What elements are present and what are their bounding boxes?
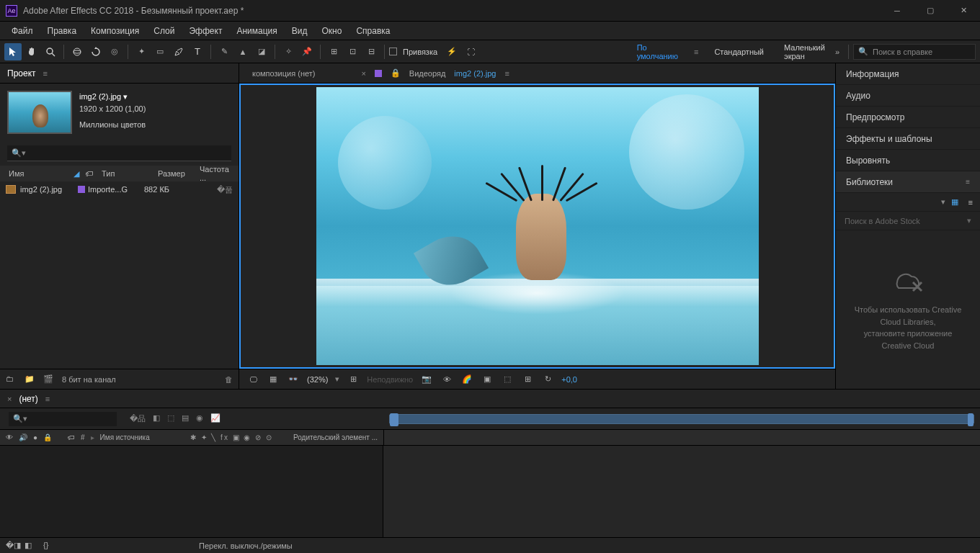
exposure-value[interactable]: +0,0 — [561, 375, 577, 384]
workspace-standard[interactable]: Стандартный — [710, 48, 768, 56]
lib-search-dropdown-icon[interactable]: ▾ — [967, 216, 971, 225]
col-switches-icon[interactable]: ✱ ✦ ╲ fx ▣ ◉ ⊘ ⊙ — [190, 433, 273, 441]
new-folder-icon[interactable]: 📁 — [24, 374, 36, 385]
local-axis-icon[interactable]: ⊞ — [325, 43, 342, 60]
lib-dropdown-icon[interactable]: ▾ — [941, 197, 945, 207]
zoom-tool[interactable] — [42, 43, 59, 60]
resolution-icon[interactable]: ⊞ — [347, 374, 360, 385]
lib-grid-icon[interactable]: ▦ — [951, 197, 963, 207]
always-preview-icon[interactable]: 🖵 — [246, 374, 259, 385]
eraser-tool[interactable]: ◪ — [253, 43, 270, 60]
menu-window[interactable]: Окно — [314, 23, 349, 39]
pixel-aspect-icon[interactable]: ↻ — [541, 374, 554, 385]
menu-file[interactable]: Файл — [4, 23, 40, 39]
col-index[interactable]: # — [81, 433, 85, 441]
row-tag-icon[interactable] — [78, 186, 85, 193]
row-flowchart-icon[interactable]: �품 — [217, 184, 233, 195]
timeline-track-area[interactable] — [383, 446, 980, 537]
trash-icon[interactable]: 🗑 — [225, 375, 233, 384]
workspace-expand-icon[interactable]: » — [835, 48, 839, 56]
snap-options-icon[interactable]: ⚡ — [443, 43, 460, 60]
toggle-stretch-icon[interactable]: {} — [43, 541, 55, 551]
timeline-navigator[interactable] — [389, 414, 974, 424]
lib-search[interactable]: Поиск в Adobe Stock ▾ — [836, 212, 980, 230]
libraries-menu-icon[interactable]: ≡ — [966, 178, 970, 186]
view-axis-icon[interactable]: ⊟ — [362, 43, 380, 60]
toggle-switches-icon[interactable]: �◨ — [6, 541, 17, 551]
panel-libraries[interactable]: Библиотеки≡ — [836, 171, 980, 193]
toggle-in-out-icon[interactable]: ◧ — [24, 541, 36, 551]
project-panel-menu-icon[interactable]: ≡ — [43, 69, 48, 78]
maximize-button[interactable]: ▢ — [914, 0, 947, 22]
new-comp-icon[interactable]: 🎬 — [43, 374, 55, 385]
minimize-button[interactable]: ─ — [881, 0, 914, 22]
rotate-tool[interactable] — [87, 43, 104, 60]
viewer-tab-comp[interactable]: композиция (нет) — [252, 69, 315, 78]
col-source-name[interactable]: Имя источника — [100, 433, 150, 441]
viewer-menu-icon[interactable]: ≡ — [504, 69, 509, 78]
menu-animation[interactable]: Анимация — [229, 23, 284, 39]
lib-list-icon[interactable]: ≡ — [968, 198, 973, 207]
menu-effect[interactable]: Эффект — [182, 23, 229, 39]
grid-icon[interactable]: ⊞ — [521, 374, 534, 385]
comp-mini-flowchart-icon[interactable]: �品 — [130, 413, 146, 424]
col-size[interactable]: Размер — [155, 169, 194, 178]
roi-icon[interactable]: ⬚ — [501, 374, 514, 385]
stamp-tool[interactable]: ▲ — [234, 43, 251, 60]
snapshot-icon[interactable]: 📷 — [420, 374, 433, 385]
bpc-label[interactable]: 8 бит на канал — [62, 375, 116, 384]
timeline-menu-icon[interactable]: ≡ — [45, 395, 50, 403]
col-parent[interactable]: Родительский элемент ... — [293, 433, 378, 441]
menu-composition[interactable]: Композиция — [84, 23, 146, 39]
camera-tool[interactable]: ◎ — [106, 43, 123, 60]
snap-checkbox[interactable] — [389, 48, 397, 55]
timeline-layer-area[interactable] — [0, 446, 383, 537]
selection-tool[interactable] — [4, 43, 22, 60]
menu-edit[interactable]: Правка — [40, 23, 84, 39]
mask-visibility-icon[interactable]: 👓 — [287, 374, 300, 385]
frame-blend-icon[interactable]: ▤ — [182, 413, 189, 424]
timeline-search[interactable]: 🔍▾ — [9, 412, 117, 426]
viewer-tab-file[interactable]: img2 (2).jpg — [454, 69, 496, 78]
toggle-modes-label[interactable]: Перекл. выключ./режимы — [199, 541, 293, 550]
col-name[interactable]: Имя — [6, 169, 71, 178]
menu-layer[interactable]: Слой — [146, 23, 182, 39]
col-visibility-icon[interactable]: 👁 — [6, 433, 13, 441]
rotobrush-tool[interactable]: ✧ — [280, 43, 297, 60]
viewer-canvas-wrap[interactable] — [239, 84, 835, 369]
panel-align[interactable]: Выровнять — [836, 150, 980, 171]
panel-effects[interactable]: Эффекты и шаблоны — [836, 128, 980, 150]
viewer-tab-close-icon[interactable]: × — [361, 69, 365, 78]
anchor-tool[interactable]: ✦ — [133, 43, 150, 60]
col-type[interactable]: Тип — [99, 169, 152, 178]
col-lock-icon[interactable]: 🔒 — [43, 433, 52, 441]
zoom-value[interactable]: (32%) — [307, 375, 328, 384]
help-search[interactable]: 🔍 Поиск в справке — [853, 44, 976, 60]
project-search[interactable]: 🔍▾ — [7, 145, 231, 161]
navigator-end-handle[interactable] — [968, 413, 974, 426]
text-tool[interactable]: T — [189, 43, 206, 60]
col-audio-icon[interactable]: 🔊 — [19, 433, 27, 441]
project-tab[interactable]: Проект — [7, 68, 36, 78]
motion-blur-icon[interactable]: ◉ — [196, 413, 203, 424]
workspace-default[interactable]: По умолчанию — [633, 43, 682, 60]
draft-3d-icon[interactable]: ◧ — [153, 413, 160, 424]
orbit-tool[interactable] — [68, 43, 86, 60]
navigator-start-handle[interactable] — [390, 413, 398, 426]
project-file-name[interactable]: img2 (2).jpg ▾ — [79, 91, 146, 103]
rect-tool[interactable]: ▭ — [151, 43, 169, 60]
transparency-grid-icon[interactable]: ▦ — [267, 374, 280, 385]
menu-help[interactable]: Справка — [349, 23, 397, 39]
graph-editor-icon[interactable]: 📈 — [210, 413, 220, 424]
hand-tool[interactable] — [23, 43, 40, 60]
col-label-icon[interactable]: 🏷 — [68, 433, 75, 441]
hide-shy-icon[interactable]: ⬚ — [167, 413, 174, 424]
timeline-close-icon[interactable]: × — [7, 395, 12, 403]
workspace-small[interactable]: Маленький экран — [780, 43, 829, 60]
show-snapshot-icon[interactable]: 👁 — [440, 374, 453, 385]
channel-icon[interactable]: 🌈 — [460, 374, 473, 385]
zoom-dropdown-icon[interactable]: ▾ — [335, 374, 339, 384]
brush-tool[interactable]: ✎ — [215, 43, 233, 60]
col-tag-icon[interactable]: 🏷 — [82, 169, 96, 178]
world-axis-icon[interactable]: ⊡ — [344, 43, 361, 60]
